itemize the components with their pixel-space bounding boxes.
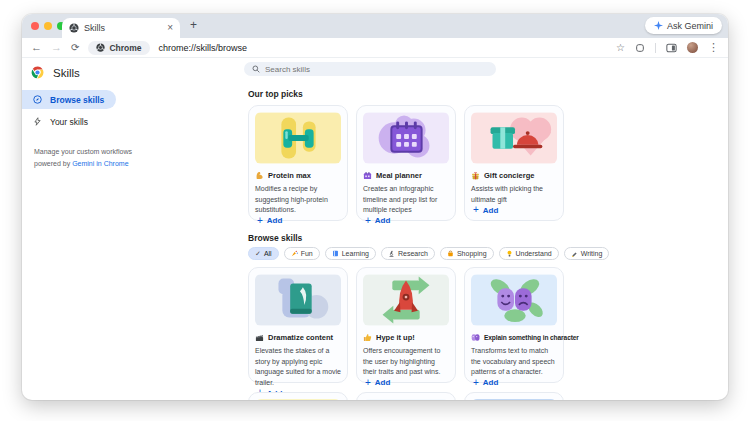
filter-chip-writing[interactable]: Writing <box>564 247 610 260</box>
chrome-badge-icon <box>96 43 105 52</box>
browser-window: Skills × + Ask Gemini ← → ⟳ Ch <box>22 14 728 400</box>
chrome-badge: Chrome <box>88 41 149 55</box>
filter-chip-learning[interactable]: Learning <box>325 247 376 260</box>
dramatize-content-illustration <box>255 274 341 326</box>
skill-card-hype-it-up: Hype it up! Offers encouragement to the … <box>356 267 456 383</box>
microscope-icon <box>388 250 395 257</box>
main-content: Our top picks <box>244 58 728 400</box>
search-input[interactable] <box>265 65 465 74</box>
search-bar[interactable] <box>244 62 496 76</box>
app-title: Skills <box>53 67 80 79</box>
filter-chip-understand[interactable]: Understand <box>499 247 559 260</box>
plus-icon: + <box>257 216 263 226</box>
new-tab-button[interactable]: + <box>190 18 197 32</box>
window-minimize-button[interactable] <box>44 22 52 30</box>
filter-chips: ✓ All Fun Learning <box>248 247 728 260</box>
plus-icon: + <box>473 205 479 215</box>
pencil-icon <box>571 250 578 257</box>
filter-chip-shopping[interactable]: Shopping <box>440 247 494 260</box>
party-popper-icon <box>291 250 298 257</box>
skill-card-explain-in-character: Explain something in character Transform… <box>464 267 564 383</box>
toolbar-divider <box>655 43 656 53</box>
skill-card-title: Hype it up! <box>376 333 415 342</box>
ask-gemini-label: Ask Gemini <box>667 21 713 31</box>
skill-card-title: Explain something in character <box>484 334 579 341</box>
profile-avatar[interactable] <box>687 42 698 53</box>
clapper-board-icon <box>255 333 264 342</box>
add-skill-button[interactable]: + Add <box>363 216 449 226</box>
filter-chip-research[interactable]: Research <box>381 247 435 260</box>
window-close-button[interactable] <box>31 22 39 30</box>
calendar-icon <box>363 171 372 180</box>
plus-icon: + <box>365 378 371 388</box>
skill-card-description: Transforms text to match the vocabulary … <box>471 346 557 378</box>
gift-concierge-illustration <box>471 112 557 164</box>
browser-toolbar: ← → ⟳ Chrome chrome://skills/browse ☆ <box>22 38 728 58</box>
skill-card-title: Dramatize content <box>268 333 333 342</box>
browser-menu-icon[interactable]: ⋮ <box>708 42 719 53</box>
skill-card-title: Gift concierge <box>484 171 534 180</box>
skill-card-description: Creates an infographic timeline and prep… <box>363 184 449 216</box>
add-skill-button[interactable]: + Add <box>255 216 341 226</box>
filter-chip-fun[interactable]: Fun <box>284 247 320 260</box>
skill-card-description: Elevates the stakes of a story by applyi… <box>255 346 341 388</box>
sidebar: Skills Browse skills Your skills Manage … <box>22 58 244 400</box>
section-heading-top-picks: Our top picks <box>248 89 728 99</box>
tab-title: Skills <box>84 23 162 33</box>
explore-compass-icon <box>33 95 42 104</box>
ask-gemini-button[interactable]: Ask Gemini <box>645 17 722 34</box>
forward-icon[interactable]: → <box>51 42 62 53</box>
meal-planner-illustration <box>363 112 449 164</box>
sidebar-item-label: Browse skills <box>50 95 104 105</box>
skill-card-partial <box>248 392 348 400</box>
plus-icon: + <box>365 216 371 226</box>
gift-icon <box>471 171 480 180</box>
skill-card-meal-planner: Meal planner Creates an infographic time… <box>356 105 456 221</box>
shopping-bag-icon <box>447 250 454 257</box>
sidebar-item-your-skills[interactable]: Your skills <box>22 112 116 131</box>
chrome-badge-label: Chrome <box>109 43 141 53</box>
add-skill-button[interactable]: + Add <box>363 378 449 388</box>
explain-in-character-illustration <box>471 274 557 326</box>
sidebar-footer-text: Manage your custom workflows powered by … <box>34 146 159 170</box>
filter-chip-all[interactable]: ✓ All <box>248 247 279 260</box>
reload-icon[interactable]: ⟳ <box>71 43 79 53</box>
side-panel-icon[interactable] <box>666 43 677 53</box>
gemini-sparkle-icon <box>654 21 663 30</box>
tab-skills[interactable]: Skills × <box>62 18 180 38</box>
skill-card-description: Modifies a recipe by suggesting high-pro… <box>255 184 341 216</box>
skill-card-protein-max: Protein max Modifies a recipe by suggest… <box>248 105 348 221</box>
skill-card-partial <box>356 392 456 400</box>
lightning-bolt-icon <box>33 117 42 126</box>
sidebar-item-label: Your skills <box>50 117 88 127</box>
skill-card-partial <box>464 392 564 400</box>
protein-max-illustration <box>255 112 341 164</box>
skill-card-description: Offers encouragement to the user by high… <box>363 346 449 378</box>
skill-card-title: Meal planner <box>376 171 422 180</box>
skill-card-title: Protein max <box>268 171 311 180</box>
skill-card-description: Assists with picking the ultimate gift <box>471 184 557 205</box>
skill-card-dramatize-content: Dramatize content Elevates the stakes of… <box>248 267 348 383</box>
address-bar-url[interactable]: chrome://skills/browse <box>159 43 248 53</box>
book-icon <box>332 250 339 257</box>
hype-it-up-illustration <box>363 274 449 326</box>
thumbs-up-icon <box>363 333 372 342</box>
browse-cards: Dramatize content Elevates the stakes of… <box>248 267 728 383</box>
add-skill-button[interactable]: + Add <box>471 205 557 215</box>
add-skill-button[interactable]: + Add <box>471 378 557 388</box>
theater-masks-icon <box>471 333 480 342</box>
gemini-in-chrome-link[interactable]: Gemini in Chrome <box>72 160 128 167</box>
search-icon <box>252 65 260 73</box>
checkmark-icon: ✓ <box>255 250 261 258</box>
flexed-biceps-icon <box>255 171 264 180</box>
skill-card-gift-concierge: Gift concierge Assists with picking the … <box>464 105 564 221</box>
bookmark-star-icon[interactable]: ☆ <box>616 43 625 53</box>
tab-group-icon[interactable] <box>635 43 645 53</box>
back-icon[interactable]: ← <box>31 42 42 53</box>
close-tab-icon[interactable]: × <box>167 23 173 33</box>
sidebar-item-browse-skills[interactable]: Browse skills <box>22 90 116 109</box>
plus-icon: + <box>473 378 479 388</box>
section-heading-browse-skills: Browse skills <box>248 233 728 243</box>
chrome-logo-icon <box>31 66 44 79</box>
browse-cards-partial-row <box>248 392 728 400</box>
